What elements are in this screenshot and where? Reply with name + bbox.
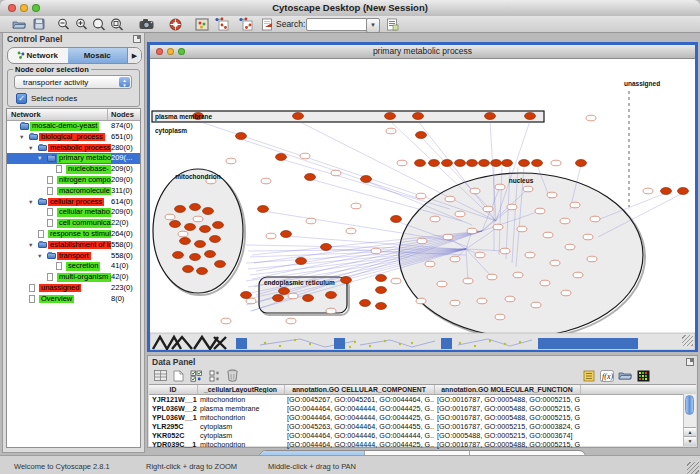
graph-node-label[interactable]: [475, 252, 485, 258]
graph-node[interactable]: [213, 222, 224, 229]
graph-node-label[interactable]: [351, 203, 361, 209]
table-column-header[interactable]: annotation.GO MOLECULAR_FUNCTION: [434, 386, 580, 393]
table-column-header[interactable]: annotation.GO CELLULAR_COMPONENT: [284, 386, 434, 393]
zoom-selected-icon[interactable]: [90, 17, 108, 31]
graph-node[interactable]: [175, 206, 186, 213]
graph-node[interactable]: [195, 241, 206, 248]
tree-column-nodes[interactable]: Nodes: [111, 110, 134, 119]
graph-node-label[interactable]: [565, 244, 575, 250]
bottom-strip-node[interactable]: [309, 343, 311, 345]
search-input[interactable]: [306, 18, 368, 31]
graph-node[interactable]: [479, 160, 490, 167]
scrollbar-thumb[interactable]: [685, 395, 694, 415]
graph-node-label[interactable]: [513, 272, 523, 278]
tree-row[interactable]: ▼metabolic process280(0): [7, 143, 140, 154]
tree-expander-icon[interactable]: ▼: [37, 251, 42, 262]
tree-expander-icon[interactable]: ▼: [28, 143, 33, 154]
table-column-header[interactable]: ID: [149, 386, 197, 393]
bottom-strip-node[interactable]: [349, 346, 351, 348]
bottom-strip-node[interactable]: [294, 339, 296, 341]
graph-node[interactable]: [341, 277, 352, 284]
graph-node-label[interactable]: [397, 160, 407, 166]
tree-row[interactable]: ▼biological_process651(0): [7, 132, 140, 143]
graph-node-label[interactable]: [266, 233, 276, 239]
graph-node[interactable]: [303, 295, 314, 302]
graph-node-label[interactable]: [165, 214, 175, 220]
graph-node-label[interactable]: [371, 248, 381, 254]
graph-node-label[interactable]: [416, 193, 426, 199]
graph-node[interactable]: [576, 160, 587, 167]
zoom-in-icon[interactable]: [72, 17, 90, 31]
graph-node-label[interactable]: [470, 188, 480, 194]
graph-node-label[interactable]: [450, 256, 460, 262]
attribute-matrix-icon[interactable]: [635, 368, 651, 383]
select-attributes-icon[interactable]: [188, 368, 204, 383]
graph-node[interactable]: [361, 176, 372, 183]
graph-node-label[interactable]: [391, 278, 401, 284]
network-view-titlebar[interactable]: primary metabolic process: [150, 45, 695, 59]
save-session-button[interactable]: [30, 17, 48, 31]
graph-node[interactable]: [205, 251, 216, 258]
graph-node[interactable]: [185, 224, 196, 231]
graph-node-label[interactable]: [586, 115, 596, 121]
graph-node-label[interactable]: [500, 248, 510, 254]
graph-node-label[interactable]: [425, 261, 435, 267]
tree-row[interactable]: nitrogen compo209(0): [7, 175, 140, 186]
graph-node-label[interactable]: [587, 256, 597, 262]
graph-node[interactable]: [173, 252, 184, 259]
graph-node-label[interactable]: [226, 158, 236, 164]
graph-node-label[interactable]: [326, 308, 336, 314]
open-session-button[interactable]: [10, 17, 28, 31]
graph-node-label[interactable]: [505, 296, 515, 302]
vizmapper-icon[interactable]: [193, 17, 211, 31]
graph-node-label[interactable]: [463, 278, 473, 284]
table-row[interactable]: YLR295Ccytoplasm[GO:0045263, GO:0044464,…: [149, 422, 696, 431]
graph-node-label[interactable]: [550, 260, 560, 266]
graph-node-label[interactable]: [493, 224, 503, 230]
graph-node[interactable]: [215, 261, 226, 268]
tree-row[interactable]: nucleobase-209(0): [7, 164, 140, 175]
table-row[interactable]: YDR039C__1mitochondrion[GO:0044464, GO:0…: [149, 440, 696, 449]
graph-node[interactable]: [532, 160, 543, 167]
bottom-strip-node[interactable]: [354, 341, 356, 343]
table-row[interactable]: YPL036W__2plasma membrane[GO:0044464, GO…: [149, 404, 696, 413]
export-network-icon[interactable]: [237, 17, 255, 31]
tree-row[interactable]: ▼primary metabol209(...: [7, 153, 140, 164]
bottom-strip-node[interactable]: [474, 345, 476, 347]
graph-node-label[interactable]: [286, 318, 296, 324]
graph-node[interactable]: [661, 188, 672, 195]
node-color-dropdown[interactable]: transporter activity ▲▼: [14, 75, 132, 89]
table-row[interactable]: YPL036W__1mitochondrion[GO:0044464, GO:0…: [149, 413, 696, 422]
graph-node[interactable]: [385, 113, 396, 120]
graph-node-label[interactable]: [467, 228, 477, 234]
graph-node-label[interactable]: [540, 280, 550, 286]
graph-node[interactable]: [415, 160, 426, 167]
bottom-strip-node[interactable]: [411, 342, 413, 344]
graph-node[interactable]: [296, 258, 307, 265]
selected-node[interactable]: [236, 338, 247, 349]
graph-node-label[interactable]: [445, 196, 455, 202]
bottom-strip-node[interactable]: [504, 343, 506, 345]
graph-node[interactable]: [180, 238, 191, 245]
tree-expander-icon[interactable]: ▼: [28, 197, 33, 208]
table-row[interactable]: YKR052Ccytoplasm[GO:0044464, GO:0044446,…: [149, 431, 696, 440]
help-lifering-icon[interactable]: [166, 17, 184, 31]
graph-node[interactable]: [210, 236, 221, 243]
graph-node-label[interactable]: [417, 238, 427, 244]
graph-node-label[interactable]: [523, 186, 533, 192]
graph-node-label[interactable]: [437, 281, 447, 287]
table-scrollbar[interactable]: ▲ ▼: [683, 394, 696, 446]
scroll-down-arrow[interactable]: ▼: [684, 436, 696, 446]
zoom-out-icon[interactable]: [54, 17, 72, 31]
graph-node-label[interactable]: [543, 232, 553, 238]
graph-node-label[interactable]: [495, 314, 505, 320]
tab-mosaic[interactable]: Mosaic: [68, 48, 128, 63]
graph-node-label[interactable]: [221, 318, 231, 324]
tree-row[interactable]: response to stimulu264(0): [7, 229, 140, 240]
tree-expander-icon[interactable]: ▼: [37, 153, 42, 164]
graph-node-label[interactable]: [535, 208, 545, 214]
graph-node[interactable]: [376, 275, 387, 282]
graph-node[interactable]: [376, 287, 387, 294]
tree-row[interactable]: ▼establishment of lo558(0): [7, 240, 140, 251]
import-network-icon[interactable]: [213, 17, 231, 31]
